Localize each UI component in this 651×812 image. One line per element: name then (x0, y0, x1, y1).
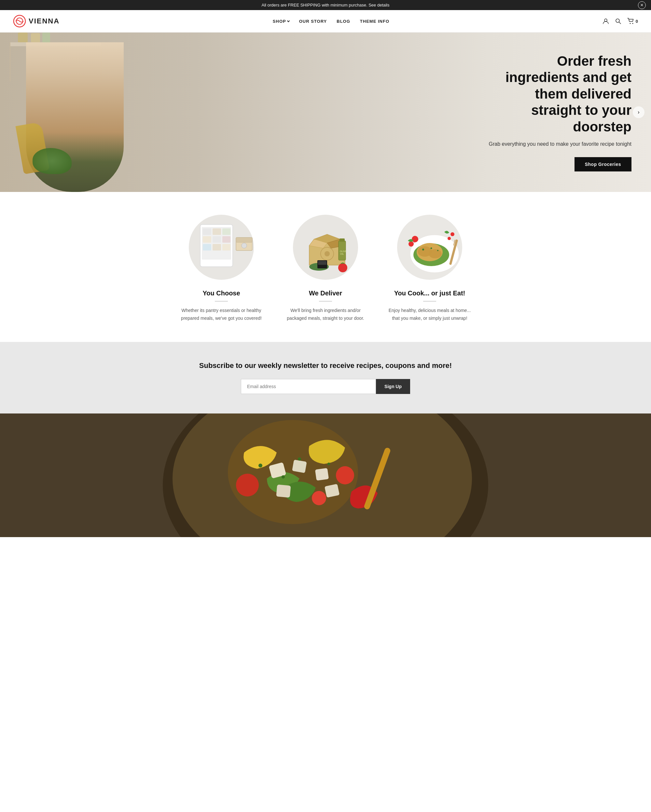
feature-2-divider (319, 301, 332, 302)
feature-3-image (394, 215, 466, 280)
newsletter-section: Subscribe to our weekly newsletter to re… (0, 342, 651, 414)
cart-count: 0 (636, 19, 638, 24)
shop-dropdown-icon (287, 20, 289, 22)
svg-point-65 (298, 457, 301, 461)
search-icon (615, 18, 621, 24)
svg-line-4 (619, 22, 621, 24)
feature-2-icon: OLIVE OIL (295, 220, 360, 276)
header: VIENNA SHOP OUR STORY BLOG THEME INFO (0, 10, 651, 32)
feature-2-desc: We'll bring fresh ingredients and/or pac… (283, 307, 368, 322)
features-section: You Choose Whether its pantry essentials… (0, 192, 651, 342)
shop-groceries-button[interactable]: Shop Groceries (575, 157, 631, 171)
svg-point-40 (422, 249, 424, 250)
svg-rect-60 (315, 468, 329, 481)
logo-icon (13, 15, 26, 27)
svg-point-49 (451, 232, 454, 236)
newsletter-form: Sign Up (241, 379, 410, 394)
account-icon (602, 18, 609, 24)
svg-rect-9 (203, 228, 211, 235)
food-photo-section (0, 414, 651, 537)
nav-our-story[interactable]: OUR STORY (299, 19, 327, 24)
search-button[interactable] (615, 18, 621, 24)
svg-point-42 (437, 250, 439, 251)
svg-rect-59 (292, 459, 307, 473)
feature-3-desc: Enjoy healthy, delicious meals at home..… (387, 307, 472, 322)
svg-text:OLIVE: OLIVE (340, 250, 347, 252)
svg-point-56 (336, 466, 354, 484)
svg-point-66 (327, 462, 330, 465)
hero-content: Order fresh ingredients and get them del… (482, 53, 631, 171)
account-button[interactable] (602, 18, 609, 24)
svg-rect-28 (339, 238, 345, 242)
newsletter-title: Subscribe to our weekly newsletter to re… (13, 362, 638, 370)
feature-1-desc: Whether its pantry essentials or healthy… (179, 307, 264, 322)
svg-rect-14 (222, 236, 231, 243)
feature-3-title: You Cook... or just Eat! (387, 290, 472, 297)
svg-point-5 (630, 23, 631, 24)
cart-button[interactable]: 0 (627, 18, 638, 24)
main-nav: SHOP OUR STORY BLOG THEME INFO (273, 19, 389, 24)
svg-point-20 (241, 243, 247, 248)
svg-point-2 (604, 19, 607, 21)
svg-rect-11 (222, 228, 231, 235)
logo-link[interactable]: VIENNA (13, 15, 60, 27)
svg-rect-19 (236, 238, 252, 243)
feature-we-deliver: OLIVE OIL We Deliver We'll bring fresh i… (274, 215, 377, 322)
svg-point-31 (338, 263, 347, 272)
svg-rect-10 (212, 228, 221, 235)
food-pan-illustration (0, 414, 651, 537)
svg-point-47 (412, 236, 418, 243)
svg-point-48 (408, 241, 414, 247)
cart-icon (627, 18, 634, 24)
svg-point-64 (258, 464, 262, 467)
nav-shop[interactable]: SHOP (273, 19, 289, 24)
announcement-close-button[interactable]: × (638, 1, 646, 9)
svg-text:OIL: OIL (340, 253, 344, 255)
feature-1-title: You Choose (179, 290, 264, 297)
svg-rect-17 (222, 244, 231, 250)
email-input[interactable] (241, 379, 376, 394)
nav-theme-info[interactable]: THEME INFO (360, 19, 389, 24)
feature-1-image (185, 215, 257, 280)
svg-point-26 (324, 251, 330, 256)
feature-1-divider (215, 301, 228, 302)
feature-1-icon (190, 221, 255, 276)
svg-point-3 (616, 19, 619, 23)
announcement-text: All orders are FREE SHIPPING with minimu… (261, 3, 389, 8)
hero-subtitle: Grab everything you need to make your fa… (482, 140, 631, 148)
svg-point-57 (312, 491, 326, 505)
svg-rect-13 (212, 236, 221, 243)
svg-point-50 (448, 237, 451, 240)
feature-2-image: OLIVE OIL (290, 215, 361, 280)
logo-text: VIENNA (29, 17, 60, 25)
nav-icons: 0 (602, 18, 638, 24)
svg-point-41 (431, 247, 432, 249)
hero-title: Order fresh ingredients and get them del… (482, 53, 631, 135)
sign-up-button[interactable]: Sign Up (376, 379, 410, 394)
feature-2-title: We Deliver (283, 290, 368, 297)
feature-3-icon (399, 220, 466, 276)
feature-3-divider (423, 301, 436, 302)
svg-rect-12 (203, 236, 211, 243)
hero-next-arrow[interactable]: › (633, 106, 645, 118)
announcement-bar: All orders are FREE SHIPPING with minimu… (0, 0, 651, 10)
svg-point-39 (429, 249, 442, 258)
feature-you-cook: You Cook... or just Eat! Enjoy healthy, … (377, 215, 482, 322)
svg-point-55 (236, 474, 259, 496)
hero-kitchen-area (0, 32, 358, 192)
svg-point-67 (281, 475, 285, 479)
hero-section: Order fresh ingredients and get them del… (0, 32, 651, 192)
svg-rect-16 (212, 244, 221, 250)
svg-rect-61 (276, 484, 291, 498)
svg-rect-34 (318, 261, 327, 265)
nav-blog[interactable]: BLOG (336, 19, 350, 24)
svg-rect-15 (203, 244, 211, 250)
feature-you-choose: You Choose Whether its pantry essentials… (169, 215, 274, 322)
svg-point-6 (632, 23, 633, 24)
